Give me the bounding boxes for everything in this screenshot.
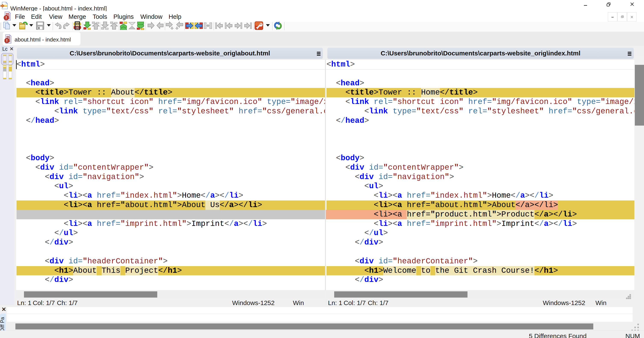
svg-text:CBA: CBA: [75, 23, 79, 25]
svg-text:ABC: ABC: [75, 26, 79, 29]
